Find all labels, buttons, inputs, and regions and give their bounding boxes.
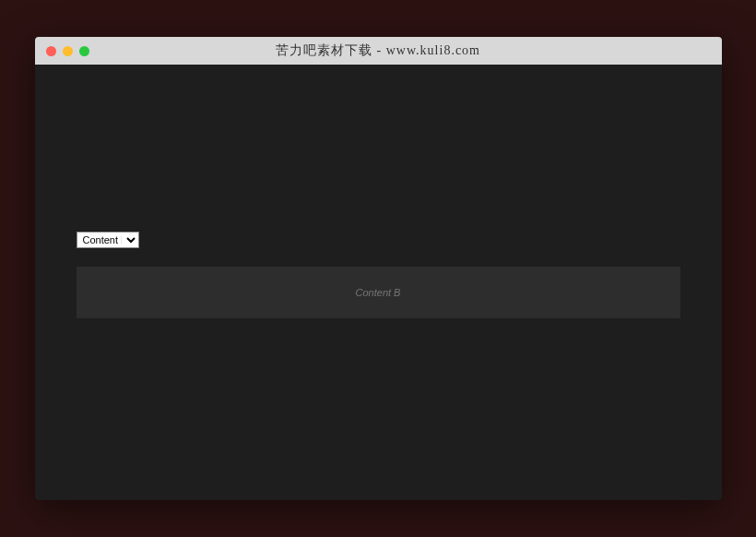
select-wrapper: Content B [77,231,680,248]
close-icon[interactable] [46,46,56,56]
minimize-icon[interactable] [63,46,73,56]
content-area: Content B Content B [35,65,722,500]
window: 苦力吧素材下载 - www.kuli8.com Content B Conten… [35,37,722,500]
maximize-icon[interactable] [79,46,89,56]
traffic-lights [46,46,89,56]
content-select[interactable]: Content B [77,232,139,248]
panel-label: Content B [356,287,401,298]
titlebar: 苦力吧素材下载 - www.kuli8.com [35,37,722,65]
content-panel: Content B [77,267,680,318]
window-title: 苦力吧素材下载 - www.kuli8.com [35,42,722,59]
